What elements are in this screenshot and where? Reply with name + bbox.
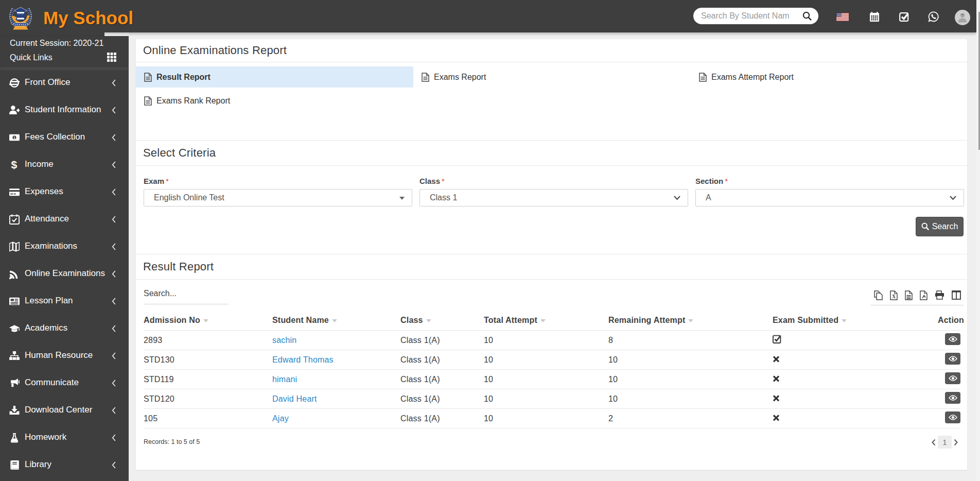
svg-text:X: X xyxy=(892,294,896,299)
svg-text:1: 1 xyxy=(13,136,15,140)
svg-text:$: $ xyxy=(11,160,18,170)
